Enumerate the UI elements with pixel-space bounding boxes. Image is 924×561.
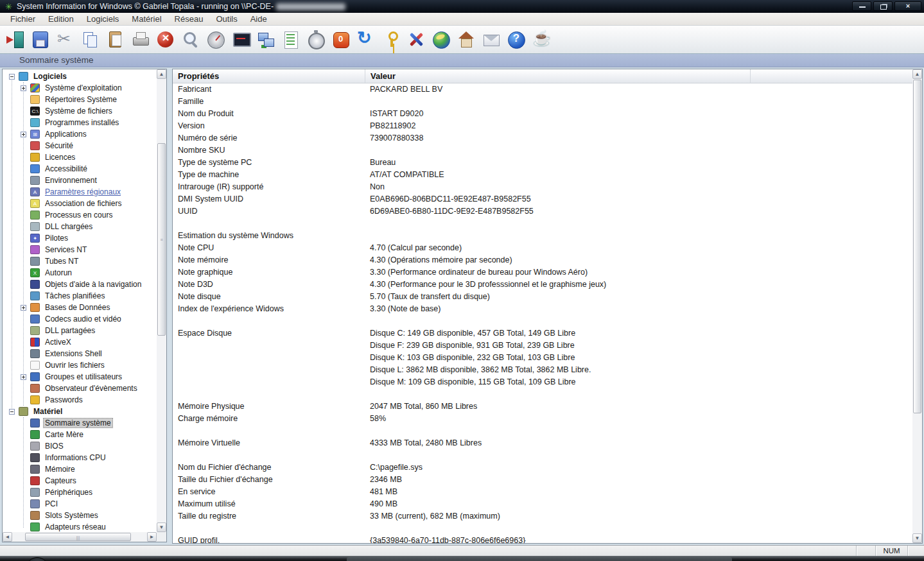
tree-item-informations-cpu[interactable]: Informations CPU: [3, 452, 157, 463]
tree-item-association-de-fichiers[interactable]: AAssociation de fichiers: [3, 198, 157, 209]
menu-logiciels[interactable]: Logiciels: [80, 13, 126, 25]
coffee-icon[interactable]: [531, 30, 552, 50]
copy-icon[interactable]: [80, 30, 101, 50]
expand-icon[interactable]: [21, 85, 26, 91]
table-row[interactable]: Note graphique3.30 (Performance ordinate…: [173, 266, 912, 279]
tree-item-activex[interactable]: ActiveX: [3, 336, 157, 348]
tree-item-licences[interactable]: Licences: [3, 151, 157, 163]
expand-icon[interactable]: [21, 305, 26, 311]
tree-vertical-scrollbar[interactable]: ▲ ≡ ▼: [157, 69, 166, 532]
tree-item-bases-de-donnees[interactable]: Bases de Données: [3, 302, 157, 313]
save-icon[interactable]: [30, 30, 51, 50]
tree-item-dll-chargees[interactable]: DLL chargées: [3, 221, 157, 232]
start-orb[interactable]: [26, 557, 49, 561]
list-scroll-thumb[interactable]: [913, 80, 921, 413]
tree-item-logiciels[interactable]: Logiciels: [3, 71, 157, 82]
tree-item-memoire[interactable]: Mémoire: [3, 463, 157, 475]
tree-item-accessibilite[interactable]: Accessibilité: [3, 163, 157, 175]
report-icon[interactable]: [281, 30, 301, 50]
tree-item-systeme-de-fichiers[interactable]: C:\Système de fichiers: [3, 105, 157, 117]
tree-item-extensions-shell[interactable]: Extensions Shell: [3, 348, 157, 359]
table-row[interactable]: Taille du Fichier d'échange2346 MB: [173, 474, 912, 486]
table-row[interactable]: Type de système PCBureau: [173, 157, 912, 169]
tree-item-services-nt[interactable]: Services NT: [3, 244, 157, 255]
tree-item-peripheriques[interactable]: Périphériques: [3, 487, 157, 498]
key-icon[interactable]: [381, 30, 401, 50]
tree-item-processus-en-cours[interactable]: Processus en cours: [3, 209, 157, 221]
scroll-up-arrow[interactable]: ▲: [912, 69, 922, 79]
tree-scroll-thumb[interactable]: ≡: [157, 143, 166, 336]
timer-icon[interactable]: [306, 30, 326, 50]
table-row[interactable]: Taille du registre33 MB (current), 682 M…: [173, 510, 912, 522]
tree-item-securite[interactable]: Sécurité: [3, 140, 157, 151]
tree-item-autorun[interactable]: XAutorun: [3, 267, 157, 279]
menu-fichier[interactable]: Fichier: [4, 13, 42, 25]
table-row[interactable]: Maximum utilisé490 MB: [173, 498, 912, 510]
tree-item-codecs-audio-et-video[interactable]: Codecs audio et vidéo: [3, 313, 157, 325]
tree-item-taches-planifiees[interactable]: Tâches planifiées: [3, 290, 157, 302]
scroll-up-arrow[interactable]: ▲: [157, 69, 166, 79]
menu-edition[interactable]: Edition: [42, 13, 80, 25]
tree-item-materiel[interactable]: Matériel: [3, 406, 157, 417]
tree-item-sommaire-systeme[interactable]: Sommaire système: [3, 417, 157, 429]
tree-item-carte-mere[interactable]: Carte Mère: [3, 429, 157, 440]
tree-item-bios[interactable]: BIOS: [3, 440, 157, 452]
network-icon[interactable]: [256, 30, 276, 50]
column-header-valeur[interactable]: Valeur: [365, 69, 751, 83]
table-row[interactable]: Nom du ProduitISTART D9020: [173, 108, 912, 120]
tree-item-tubes-nt[interactable]: Tubes NT: [3, 255, 157, 267]
mail-icon[interactable]: [481, 30, 501, 50]
table-row[interactable]: En service481 MB: [173, 486, 912, 498]
table-row[interactable]: Numéro de série739007880338: [173, 132, 912, 144]
refresh-icon[interactable]: [356, 30, 376, 50]
table-row[interactable]: Intrarouge (IR) supportéNon: [173, 181, 912, 193]
tree-item-pilotes[interactable]: ✦Pilotes: [3, 232, 157, 244]
column-header-properties[interactable]: Propriétés: [173, 69, 365, 83]
tree-item-passwords[interactable]: Passwords: [3, 394, 157, 406]
scroll-down-arrow[interactable]: ▼: [912, 533, 922, 543]
collapse-icon[interactable]: [9, 74, 15, 80]
list-vertical-scrollbar[interactable]: ▲ ▼: [912, 69, 922, 543]
scroll-down-arrow[interactable]: ▼: [157, 522, 166, 532]
expand-icon[interactable]: [21, 374, 26, 380]
table-row[interactable]: Nombre SKU: [173, 144, 912, 157]
tree-item-pci[interactable]: PCI: [3, 498, 157, 510]
update-icon[interactable]: [431, 30, 451, 50]
tree-item-capteurs[interactable]: Capteurs: [3, 475, 157, 487]
tree-item-slots-systemes[interactable]: Slots Systèmes: [3, 510, 157, 521]
tree-item-parametres-regionaux[interactable]: AParamètres régionaux: [3, 186, 157, 198]
tools-icon[interactable]: [406, 30, 426, 50]
tree-item-dll-partagees[interactable]: DLL partagées: [3, 325, 157, 336]
table-row[interactable]: Note mémoire4.30 (Opérations mémoire par…: [173, 254, 912, 266]
restore-button[interactable]: [873, 1, 893, 11]
cut-icon[interactable]: [55, 30, 76, 50]
gauge-icon[interactable]: [205, 30, 226, 50]
table-row[interactable]: Note disque5.70 (Taux de transfert du di…: [173, 291, 912, 303]
tree-item-programmes-installes[interactable]: Programmes installés: [3, 117, 157, 128]
exit-icon[interactable]: [5, 30, 26, 50]
table-row[interactable]: Index de l'expérience Widows3.30 (Note d…: [173, 303, 912, 315]
tree-item-repertoires-systeme[interactable]: Répertoires Système: [3, 94, 157, 105]
table-row[interactable]: DMI System UUIDE0AB696D-806BDC11-9E92E48…: [173, 193, 912, 205]
table-row[interactable]: Disque L: 3862 MB disponible, 3862 MB To…: [173, 364, 912, 376]
column-header-empty[interactable]: [751, 69, 912, 83]
tree-item-applications[interactable]: ⊞Applications: [3, 128, 157, 140]
power-icon[interactable]: [331, 30, 351, 50]
print-icon[interactable]: [130, 30, 151, 50]
table-row[interactable]: Nom du Fichier d'échangeC:\pagefile.sys: [173, 462, 912, 474]
tree-hscroll-thumb[interactable]: |||: [25, 533, 131, 541]
menu-outils[interactable]: Outils: [209, 13, 243, 25]
table-row[interactable]: Mémoire Virtuelle4333 MB Total, 2480 MB …: [173, 437, 912, 449]
expand-icon[interactable]: [21, 132, 26, 137]
monitor-icon[interactable]: [231, 30, 251, 50]
tree-item-objets-d-aide-a-la-navigation[interactable]: Objets d'aide à la navigation: [3, 279, 157, 290]
stop-icon[interactable]: [155, 30, 176, 50]
tree-item-ouvrir-les-fichiers[interactable]: Ouvrir les fichiers: [3, 359, 157, 371]
table-row[interactable]: Disque F: 239 GB disponible, 931 GB Tota…: [173, 340, 912, 352]
tree-horizontal-scrollbar[interactable]: ◄ ||| ►: [3, 532, 157, 542]
table-row[interactable]: Famille: [173, 96, 912, 108]
table-row[interactable]: GUID profil.{3a539840-6a70-11db-887c-806…: [173, 535, 912, 543]
tree-item-environnement[interactable]: Environnement: [3, 175, 157, 186]
table-row[interactable]: Disque K: 103 GB disponible, 232 GB Tota…: [173, 352, 912, 364]
scroll-right-arrow[interactable]: ►: [147, 532, 157, 542]
